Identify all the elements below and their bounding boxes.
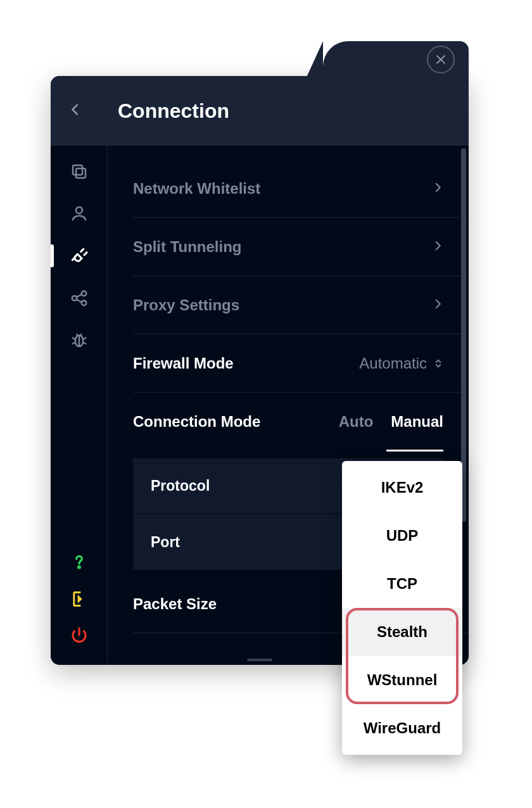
svg-point-7 (72, 296, 77, 301)
exit-icon (70, 590, 88, 608)
svg-rect-2 (73, 165, 82, 175)
sort-icon (433, 357, 443, 370)
svg-point-4 (76, 207, 82, 213)
svg-point-9 (81, 301, 86, 306)
mode-auto[interactable]: Auto (339, 413, 374, 431)
packet-size-label: Packet Size (133, 595, 217, 613)
chevron-left-icon (68, 99, 82, 120)
mode-manual[interactable]: Manual (391, 413, 443, 431)
panel-header: Connection (51, 76, 469, 146)
back-button[interactable] (63, 94, 87, 128)
sidebar-item-debug[interactable] (70, 331, 89, 352)
svg-rect-3 (76, 168, 86, 178)
svg-line-14 (72, 338, 75, 339)
page-title: Connection (118, 99, 229, 123)
protocol-option-wireguard[interactable]: WireGuard (342, 704, 462, 752)
svg-line-11 (76, 300, 82, 302)
proxy-settings-label: Proxy Settings (133, 296, 239, 314)
svg-line-5 (80, 249, 83, 251)
connection-mode-toggle: Auto Manual (339, 413, 443, 431)
svg-point-20 (78, 566, 80, 568)
firewall-mode-value: Automatic (359, 355, 427, 372)
power-icon (70, 626, 89, 645)
row-split-tunneling[interactable]: Split Tunneling (133, 218, 469, 276)
sidebar-item-connection[interactable] (69, 246, 89, 268)
row-firewall-mode[interactable]: Firewall Mode Automatic (133, 334, 469, 393)
share-icon (70, 289, 89, 308)
svg-line-17 (83, 343, 86, 344)
svg-line-18 (77, 334, 77, 336)
sidebar (51, 146, 108, 665)
svg-line-15 (72, 343, 75, 344)
resize-handle[interactable] (247, 659, 272, 661)
sidebar-item-logout[interactable] (70, 590, 88, 610)
general-icon (70, 162, 89, 181)
svg-line-19 (80, 334, 81, 336)
sidebar-bottom (70, 551, 89, 665)
row-connection-mode: Connection Mode Auto Manual (133, 393, 469, 451)
mode-underline (386, 450, 443, 451)
plug-icon (69, 246, 89, 266)
bug-icon (70, 331, 89, 350)
firewall-mode-label: Firewall Mode (133, 355, 234, 372)
sidebar-item-help[interactable] (71, 551, 87, 575)
chevron-right-icon (432, 179, 443, 199)
sidebar-item-share[interactable] (70, 289, 89, 310)
sidebar-item-account[interactable] (70, 204, 89, 225)
sidebar-item-power[interactable] (70, 626, 89, 647)
svg-line-16 (83, 338, 86, 339)
sidebar-active-marker (51, 244, 54, 267)
protocol-option-udp[interactable]: UDP (342, 512, 462, 560)
chevron-right-icon (432, 295, 443, 315)
connection-mode-label: Connection Mode (133, 413, 260, 431)
protocol-option-ikev2[interactable]: IKEv2 (342, 464, 462, 512)
chevron-right-icon (432, 237, 443, 257)
protocol-option-tcp[interactable]: TCP (342, 560, 462, 608)
sidebar-item-general[interactable] (70, 162, 89, 184)
svg-line-6 (84, 253, 87, 255)
protocol-dropdown: IKEv2 UDP TCP Stealth WStunnel WireGuard (342, 461, 462, 755)
close-icon (434, 53, 447, 66)
svg-line-10 (76, 294, 82, 297)
row-network-whitelist[interactable]: Network Whitelist (133, 160, 469, 218)
row-proxy-settings[interactable]: Proxy Settings (133, 276, 469, 334)
svg-point-8 (81, 291, 86, 296)
network-whitelist-label: Network Whitelist (133, 180, 260, 198)
account-icon (70, 204, 89, 223)
firewall-mode-value-group: Automatic (359, 355, 443, 372)
protocol-option-stealth[interactable]: Stealth (342, 608, 462, 656)
protocol-option-wstunnel[interactable]: WStunnel (342, 656, 462, 704)
protocol-label: Protocol (151, 477, 210, 495)
help-icon (71, 551, 87, 572)
close-button[interactable] (427, 46, 455, 73)
port-label: Port (151, 534, 180, 551)
split-tunneling-label: Split Tunneling (133, 238, 242, 256)
